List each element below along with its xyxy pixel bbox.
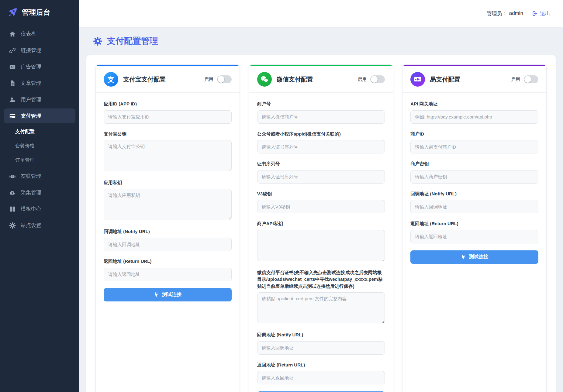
field-label: 返回地址 (Return URL)	[410, 220, 538, 227]
epay-field-input[interactable]	[410, 140, 538, 153]
enable-toggle[interactable]	[524, 75, 538, 83]
page-title: 支付配置管理	[107, 35, 158, 47]
enable-label: 启用	[357, 77, 367, 82]
page-header: 支付配置管理	[79, 27, 563, 47]
epay-config-card: 易支付配置启用API 网关地址商户ID商户密钥回调地址 (Notify URL)…	[402, 64, 547, 392]
wechat-field-input[interactable]	[257, 230, 385, 261]
admin-label: 管理员：	[487, 10, 507, 17]
sidebar-item-package-price[interactable]: 套餐价格	[0, 139, 79, 153]
field-label: 回调地址 (Notify URL)	[104, 228, 232, 235]
sidebar-item-orders[interactable]: 订单管理	[0, 153, 79, 167]
sidebar-item-articles[interactable]: 文章管理	[0, 76, 79, 91]
field-label: V3秘钥	[257, 191, 385, 198]
sidebar-item-dashboard[interactable]: 仪表盘	[0, 26, 79, 41]
alipay-field-input[interactable]	[104, 110, 232, 124]
svg-text:Ad: Ad	[11, 65, 14, 68]
form-field: 商户密钥	[410, 160, 538, 184]
card-body: 商户号公众号或者小程序appid(微信支付关联的)证书序列号V3秘钥商户API私…	[249, 93, 393, 392]
card-header: 微信支付配置启用	[249, 66, 393, 93]
enable-toggle[interactable]	[370, 75, 385, 83]
rocket-icon	[8, 7, 18, 17]
wechat-field-input[interactable]	[257, 140, 385, 153]
field-label: 商户密钥	[410, 160, 538, 167]
toggle-knob	[371, 76, 378, 83]
handshake-icon	[9, 173, 16, 180]
field-label: API 网关地址	[410, 101, 538, 108]
field-label: 公众号或者小程序appid(微信支付关联的)	[257, 131, 385, 138]
ad-icon: Ad	[9, 64, 16, 70]
field-label: 商户ID	[410, 131, 538, 138]
test-connection-button[interactable]: 测试连接	[104, 288, 232, 301]
alipay-field-input[interactable]	[104, 140, 232, 171]
form-field: 返回地址 (Return URL)	[257, 362, 385, 385]
sidebar-item-friend-links[interactable]: 友联管理	[0, 169, 79, 184]
card-title: 支付宝支付配置	[123, 75, 166, 84]
wechat-field-input[interactable]	[257, 341, 385, 355]
form-field: 商户ID	[410, 131, 538, 154]
app-brand: 管理后台	[0, 0, 79, 25]
alipay-field-input[interactable]	[104, 189, 232, 220]
epay-field-input[interactable]	[410, 170, 538, 184]
admin-name: admin	[509, 10, 523, 16]
sidebar-item-templates[interactable]: 模板中心	[0, 201, 79, 216]
form-field: 公众号或者小程序appid(微信支付关联的)	[257, 131, 385, 154]
alipay-field-input[interactable]	[104, 268, 232, 281]
form-field: 应用私钥	[104, 179, 232, 221]
credit-card-icon	[9, 113, 16, 119]
sidebar-item-site-settings[interactable]: 站点设置	[0, 218, 79, 233]
grid-icon	[9, 206, 16, 212]
sidebar-item-links[interactable]: 链接管理	[0, 43, 79, 58]
enable-toggle[interactable]	[217, 75, 232, 83]
field-label: 应用私钥	[104, 179, 232, 186]
home-icon	[9, 31, 16, 37]
test-connection-button[interactable]: 测试连接	[410, 250, 538, 264]
field-label: 返回地址 (Return URL)	[104, 258, 232, 265]
sidebar: 管理后台 仪表盘链接管理Ad广告管理文章管理用户管理支付管理支付配置套餐价格订单…	[0, 0, 79, 392]
wechat-field-input[interactable]	[257, 371, 385, 384]
field-label: 商户API私钥	[257, 220, 385, 227]
form-field: 应用ID (APP ID)	[104, 101, 232, 124]
sidebar-item-label: 模板中心	[21, 205, 41, 212]
enable-label: 启用	[511, 77, 520, 82]
alipay-field-input[interactable]	[104, 238, 232, 251]
alipay-icon: 支	[104, 72, 118, 87]
sidebar-item-label: 文章管理	[21, 80, 41, 87]
form-field: 支付宝公钥	[104, 131, 232, 173]
sidebar-item-label: 友联管理	[21, 173, 41, 180]
sidebar-item-label: 套餐价格	[15, 143, 35, 148]
epay-field-input[interactable]	[410, 230, 538, 243]
epay-field-input[interactable]	[410, 200, 538, 213]
form-field: 微信支付平台证书(先不输入先点击测试连接成功之后去网站根目录/uploads/w…	[257, 269, 385, 325]
enable-control: 启用	[511, 75, 538, 83]
toggle-knob	[218, 76, 224, 83]
form-field: 回调地址 (Notify URL)	[104, 228, 232, 251]
enable-label: 启用	[204, 77, 213, 82]
sidebar-item-label: 链接管理	[21, 47, 41, 54]
sidebar-item-label: 采集管理	[21, 189, 41, 196]
gear-icon	[9, 222, 16, 229]
field-label: 返回地址 (Return URL)	[257, 362, 385, 369]
user-gear-icon	[9, 96, 16, 103]
form-field: 回调地址 (Notify URL)	[410, 191, 538, 214]
payment-cards: 支支付宝支付配置启用应用ID (APP ID)支付宝公钥应用私钥回调地址 (No…	[95, 64, 547, 392]
wechat-field-input[interactable]	[257, 292, 385, 323]
logout-link[interactable]: 退出	[532, 10, 550, 17]
sidebar-item-label: 支付配置	[15, 129, 35, 134]
test-connection-label: 测试连接	[162, 291, 181, 298]
test-connection-label: 测试连接	[469, 254, 489, 260]
sidebar-item-collect[interactable]: 采集管理	[0, 185, 79, 200]
sidebar-item-payment[interactable]: 支付管理	[4, 108, 75, 123]
app-brand-label: 管理后台	[22, 8, 50, 17]
wechat-field-input[interactable]	[257, 170, 385, 184]
field-label: 支付宝公钥	[104, 131, 232, 138]
wechat-field-input[interactable]	[257, 200, 385, 213]
field-label: 回调地址 (Notify URL)	[257, 332, 385, 339]
sidebar-item-payment-config[interactable]: 支付配置	[0, 125, 79, 139]
epay-field-input[interactable]	[410, 110, 538, 124]
form-field: 证书序列号	[257, 160, 385, 184]
wechat-field-input[interactable]	[257, 110, 385, 124]
sidebar-item-ads[interactable]: Ad广告管理	[0, 59, 79, 74]
sidebar-item-users[interactable]: 用户管理	[0, 92, 79, 107]
wechat-config-card: 微信支付配置启用商户号公众号或者小程序appid(微信支付关联的)证书序列号V3…	[249, 64, 393, 392]
card-header: 支支付宝支付配置启用	[96, 66, 240, 93]
